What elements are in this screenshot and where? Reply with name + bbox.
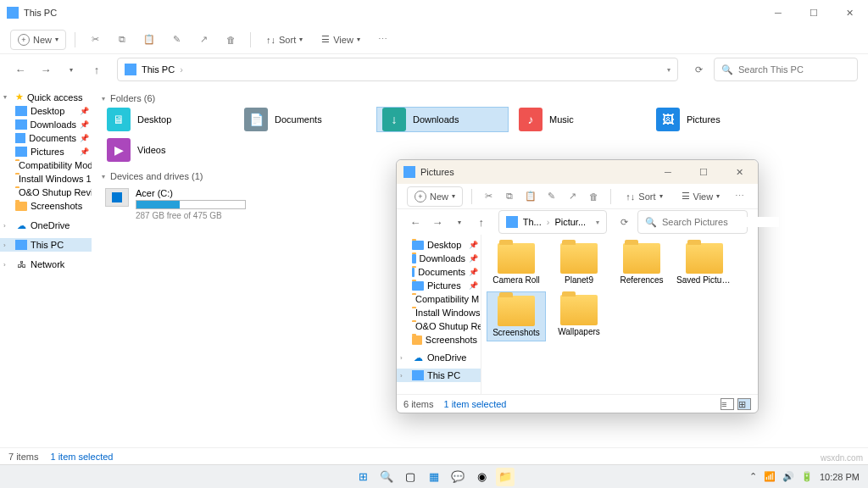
view-button[interactable]: ☰ View ▾ xyxy=(314,30,367,48)
volume-icon[interactable]: 🔊 xyxy=(782,471,794,482)
paste-icon[interactable]: 📋 xyxy=(138,34,160,45)
taskview-icon[interactable]: ▢ xyxy=(401,468,420,486)
picture-folder[interactable]: Screenshots xyxy=(487,291,546,341)
drive-c[interactable]: Acer (C:) 287 GB free of 475 GB xyxy=(102,185,271,224)
delete-icon[interactable]: 🗑 xyxy=(586,191,602,202)
system-tray[interactable]: ⌃ 📶 🔊 🔋 10:28 PM xyxy=(749,471,868,482)
close-button[interactable]: ✕ xyxy=(837,8,861,19)
child-sidebar-this-pc[interactable]: ›This PC xyxy=(397,369,481,382)
explorer-taskbar-icon[interactable]: 📁 xyxy=(496,468,515,486)
search-box[interactable]: 🔍 xyxy=(714,58,858,81)
forward-button[interactable]: → xyxy=(429,216,446,229)
child-search-input[interactable] xyxy=(662,217,779,227)
up-button[interactable]: ↑ xyxy=(86,64,107,76)
child-sidebar-item[interactable]: Desktop📌 xyxy=(397,238,481,252)
child-search-box[interactable]: 🔍 xyxy=(637,210,748,234)
back-button[interactable]: ← xyxy=(407,216,424,229)
cut-icon[interactable]: ✂ xyxy=(481,191,497,202)
widgets-icon[interactable]: ▦ xyxy=(425,468,443,486)
taskbar: ⊞ 🔍 ▢ ▦ 💬 ◉ 📁 ⌃ 📶 🔊 🔋 10:28 PM xyxy=(0,464,868,488)
chat-icon[interactable]: 💬 xyxy=(448,468,467,486)
sidebar-onedrive[interactable]: ›☁OneDrive xyxy=(0,218,92,233)
child-sidebar-item[interactable]: Install Windows xyxy=(397,306,481,319)
details-view-icon[interactable]: ≡ xyxy=(721,398,734,410)
picture-folder[interactable]: Saved Pictures xyxy=(675,240,734,288)
grid-view-icon[interactable]: ⊞ xyxy=(737,398,751,410)
clock[interactable]: 10:28 PM xyxy=(820,472,860,482)
search-input[interactable] xyxy=(738,64,855,75)
recent-button[interactable]: ▾ xyxy=(61,66,81,74)
child-sidebar-onedrive[interactable]: ›☁OneDrive xyxy=(397,350,481,365)
search-taskbar-icon[interactable]: 🔍 xyxy=(377,468,396,486)
sidebar-network[interactable]: ›🖧Network xyxy=(0,257,92,272)
up-button[interactable]: ↑ xyxy=(473,216,490,229)
maximize-button[interactable]: ☐ xyxy=(802,8,826,19)
folders-group-header[interactable]: ▾Folders (6) xyxy=(102,93,858,103)
rename-icon[interactable]: ✎ xyxy=(543,191,559,202)
chevron-up-icon[interactable]: ⌃ xyxy=(749,471,757,482)
sidebar-this-pc[interactable]: ›This PC xyxy=(0,238,92,252)
child-close-button[interactable]: ✕ xyxy=(727,167,751,178)
share-icon[interactable]: ↗ xyxy=(192,34,214,45)
start-icon[interactable]: ⊞ xyxy=(353,468,372,486)
address-bar[interactable]: This PC › ▾ xyxy=(117,58,678,81)
sort-button[interactable]: ↑↓ Sort ▾ xyxy=(259,31,309,48)
folder-downloads[interactable]: ↓Downloads xyxy=(376,107,509,132)
refresh-button[interactable]: ⟳ xyxy=(688,64,709,75)
sidebar-item[interactable]: Screenshots xyxy=(0,199,92,213)
sidebar-item[interactable]: Compatibility Mode xyxy=(0,158,92,172)
wifi-icon[interactable]: 📶 xyxy=(764,471,776,482)
delete-icon[interactable]: 🗑 xyxy=(220,35,242,45)
sidebar-item[interactable]: O&O Shutup Reviev xyxy=(0,186,92,199)
child-sort-button[interactable]: ↑↓ Sort ▾ xyxy=(619,188,669,205)
picture-folder[interactable]: Camera Roll xyxy=(487,240,546,288)
more-icon[interactable]: ⋯ xyxy=(732,191,748,202)
copy-icon[interactable]: ⧉ xyxy=(502,191,518,202)
child-new-button[interactable]: +New▾ xyxy=(407,186,463,207)
more-icon[interactable]: ⋯ xyxy=(372,34,394,45)
battery-icon[interactable]: 🔋 xyxy=(801,471,813,482)
child-sidebar-item[interactable]: Documents📌 xyxy=(397,265,481,279)
new-button[interactable]: +New▾ xyxy=(10,30,66,50)
cut-icon[interactable]: ✂ xyxy=(84,34,106,45)
copy-icon[interactable]: ⧉ xyxy=(111,34,133,45)
folder-pictures[interactable]: 🖼Pictures xyxy=(651,107,783,132)
picture-folder[interactable]: References xyxy=(612,240,671,288)
recent-button[interactable]: ▾ xyxy=(451,219,468,226)
child-sidebar-item[interactable]: Compatibility M xyxy=(397,292,481,306)
child-address-bar[interactable]: Th... › Pictur... ▾ xyxy=(498,210,607,234)
sidebar-quick-access[interactable]: ▾★Quick access xyxy=(0,90,92,104)
child-minimize-button[interactable]: ─ xyxy=(656,167,680,178)
chrome-icon[interactable]: ◉ xyxy=(472,468,491,486)
child-maximize-button[interactable]: ☐ xyxy=(692,167,715,178)
picture-folder[interactable]: Planet9 xyxy=(549,240,609,288)
sidebar-item[interactable]: Downloads📌 xyxy=(0,118,92,131)
share-icon[interactable]: ↗ xyxy=(565,191,581,202)
child-sidebar-item[interactable]: O&O Shutup Rev xyxy=(397,319,481,333)
child-titlebar[interactable]: Pictures ─ ☐ ✕ xyxy=(397,160,758,184)
pin-icon: 📌 xyxy=(80,134,88,142)
sidebar-item[interactable]: Desktop📌 xyxy=(0,104,92,118)
folder-documents[interactable]: 📄Documents xyxy=(239,107,371,132)
pin-icon: 📌 xyxy=(469,268,477,276)
child-sidebar-item[interactable]: Downloads📌 xyxy=(397,252,481,265)
back-button[interactable]: ← xyxy=(10,64,31,76)
this-pc-icon xyxy=(125,64,136,75)
main-titlebar[interactable]: This PC ─ ☐ ✕ xyxy=(0,0,868,25)
refresh-button[interactable]: ⟳ xyxy=(615,217,632,228)
child-sidebar-item[interactable]: Screenshots xyxy=(397,333,481,347)
forward-button[interactable]: → xyxy=(36,64,56,76)
minimize-button[interactable]: ─ xyxy=(766,8,790,19)
child-view-button[interactable]: ☰ View ▾ xyxy=(675,187,727,205)
sidebar-item[interactable]: Install Windows 11 xyxy=(0,172,92,186)
picture-folder[interactable]: Wallpapers xyxy=(549,291,609,341)
addr-dropdown-icon[interactable]: ▾ xyxy=(667,66,670,74)
sidebar-item[interactable]: Documents📌 xyxy=(0,131,92,145)
child-sidebar-item[interactable]: Pictures📌 xyxy=(397,279,481,292)
folder-music[interactable]: ♪Music xyxy=(514,107,646,132)
sidebar-item[interactable]: Pictures📌 xyxy=(0,145,92,158)
paste-icon[interactable]: 📋 xyxy=(522,191,538,202)
folder-desktop[interactable]: 🖥Desktop xyxy=(102,107,234,132)
rename-icon[interactable]: ✎ xyxy=(165,34,187,45)
folder-videos[interactable]: ▶Videos xyxy=(102,137,234,163)
